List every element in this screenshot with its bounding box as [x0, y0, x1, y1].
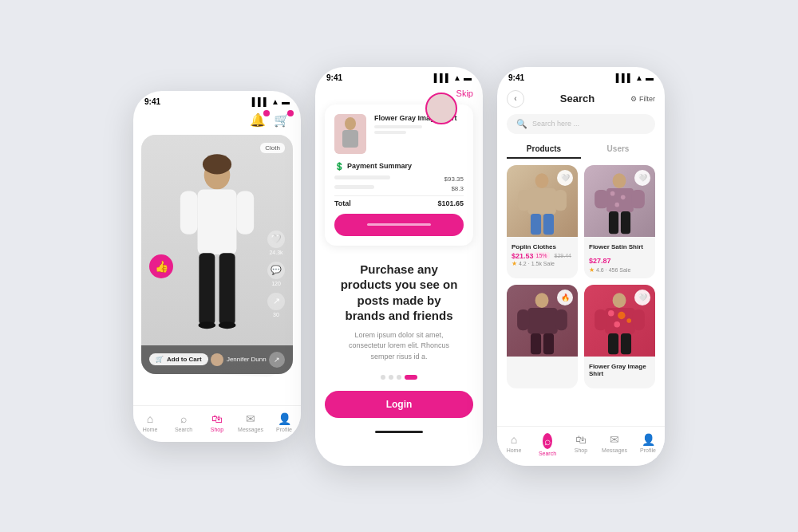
nav-messages[interactable]: ✉ Messages	[236, 412, 265, 432]
comments-action[interactable]: 💬 120	[267, 262, 285, 286]
share-icon: ↗	[267, 293, 285, 310]
right-nav-messages[interactable]: ✉ Messages	[600, 433, 629, 456]
svg-rect-31	[531, 333, 541, 353]
likes-action[interactable]: 🤍 24.3k	[267, 231, 285, 255]
search-placeholder-text: Search here ...	[532, 120, 579, 128]
cart-small-icon: 🛒	[156, 356, 164, 363]
svg-point-27	[535, 293, 549, 308]
payment-subtotal: $93.35	[444, 175, 464, 183]
comments-count: 120	[271, 281, 281, 286]
rating-1: 4.2	[519, 261, 527, 266]
svg-rect-14	[518, 189, 530, 210]
product-card-4[interactable]: 🤍 Flower Gray Image Shirt	[584, 285, 655, 388]
product-name-4: Flower Gray Image Shirt	[589, 363, 650, 377]
right-actions: 🤍 24.3k 💬 120 ↗ 30	[267, 231, 285, 317]
like-badge[interactable]: 👍	[149, 254, 173, 278]
share-action[interactable]: ↗ 30	[267, 293, 285, 317]
svg-point-21	[621, 195, 626, 199]
mid-status-icons: ▌▌▌ ▲ ▬	[434, 73, 472, 82]
rating-row-2: ★ 4.6 · 456 Sale	[589, 266, 650, 274]
search-screen-title: Search	[531, 93, 624, 104]
card-bottom-bar: 🛒 Add to Cart Jennifer Dunn ↗	[141, 345, 293, 374]
sales-2: 456 Sale	[609, 267, 631, 273]
svg-point-36	[618, 311, 625, 318]
confirm-payment-button[interactable]	[334, 214, 464, 236]
product-name-1: Poplin Clothes	[512, 243, 573, 250]
payment-total-row: Total $101.65	[334, 195, 464, 207]
payment-tax: $8.3	[451, 185, 464, 192]
search-magnifier-icon: 🔍	[516, 119, 527, 129]
notification-badge	[263, 110, 270, 116]
rating-row-1: ★ 4.2 · 1.5k Sale	[512, 260, 573, 267]
tab-users[interactable]: Users	[581, 140, 655, 159]
comment-icon: 💬	[267, 262, 285, 279]
onboarding-description: Lorem ipsum dolor sit amet, consectetur …	[338, 330, 460, 363]
right-bottom-nav: ⌂ Home ⌕ Search 🛍 Shop ✉ Messages 👤 Prof…	[497, 426, 665, 466]
back-button[interactable]: ‹	[507, 90, 524, 108]
share-button[interactable]: ↗	[269, 352, 285, 368]
profile-icon: 👤	[278, 412, 291, 425]
svg-point-35	[608, 309, 614, 315]
share-count: 30	[273, 312, 279, 317]
product-info-1: Poplin Clothes $21.53 15% $29.44 ★ 4.2 ·…	[507, 240, 578, 272]
nav-shop[interactable]: 🛍 Shop	[203, 412, 231, 432]
payment-section: 💲 Payment Summary $93.35 $8.3 Total $101…	[334, 162, 464, 207]
nav-profile[interactable]: 👤 Profile	[270, 412, 298, 432]
middle-phone: 9:41 ▌▌▌ ▲ ▬ Skip	[315, 67, 483, 466]
dot-2	[389, 375, 393, 380]
left-status-bar: 9:41 ▌▌▌ ▲ ▬	[133, 91, 301, 109]
screens-container: 9:41 ▌▌▌ ▲ ▬ 🔔 🛒	[133, 67, 665, 466]
product-card-1[interactable]: 🤍 Poplin Clothes $21.53 15% $29.44 ★ 4.2…	[507, 165, 578, 278]
svg-rect-24	[631, 189, 645, 207]
cart-badge	[287, 110, 294, 116]
notifications-icon[interactable]: 🔔	[250, 112, 267, 130]
search-icon: ⌕	[180, 412, 187, 425]
battery-icon: ▬	[282, 97, 290, 106]
right-status-bar: 9:41 ▌▌▌ ▲ ▬	[497, 67, 665, 85]
right-phone: 9:41 ▌▌▌ ▲ ▬ ‹ Search ⚙ Filter 🔍 Search …	[497, 67, 665, 466]
wishlist-btn-2[interactable]: 🤍	[634, 170, 650, 186]
right-nav-home[interactable]: ⌂ Home	[500, 433, 528, 456]
star-icon-2: ★	[589, 266, 595, 274]
svg-rect-41	[608, 333, 618, 353]
nav-home[interactable]: ⌂ Home	[136, 412, 164, 432]
tab-products[interactable]: Products	[507, 140, 581, 159]
svg-rect-40	[633, 309, 645, 329]
sales-1: 1.5k Sale	[531, 261, 555, 266]
svg-point-33	[613, 293, 626, 308]
dot-4-active	[405, 375, 417, 380]
floating-product-image	[425, 93, 457, 124]
wishlist-btn-4[interactable]: 🤍	[634, 290, 650, 305]
dots-indicator	[325, 375, 473, 380]
heart-icon: 🤍	[267, 231, 285, 248]
right-nav-shop[interactable]: 🛍 Shop	[567, 433, 595, 456]
wishlist-btn-1[interactable]: 🤍	[557, 170, 573, 186]
payment-title: 💲 Payment Summary	[334, 162, 464, 171]
discount-badge-1: 15%	[534, 252, 550, 259]
product-card-3[interactable]: 🔥	[507, 285, 578, 388]
right-nav-search[interactable]: ⌕ Search	[533, 433, 562, 456]
shop-icon: 🛍	[575, 433, 587, 446]
product-info-4: Flower Gray Image Shirt	[584, 360, 655, 384]
confirm-btn-line	[367, 223, 431, 226]
onboarding-text: Purchase any products you see on posts m…	[325, 254, 473, 369]
shop-icon: 🛍	[211, 412, 223, 425]
username: Jennifer Dunn	[227, 356, 267, 363]
search-active-icon: ⌕	[543, 433, 552, 449]
search-bar[interactable]: 🔍 Search here ...	[507, 114, 655, 134]
dot-1	[381, 375, 385, 380]
cart-icon[interactable]: 🛒	[274, 112, 291, 130]
right-nav-profile[interactable]: 👤 Profile	[634, 433, 662, 456]
login-button[interactable]: Login	[325, 391, 473, 418]
nav-search[interactable]: ⌕ Search	[169, 412, 198, 432]
profile-icon: 👤	[642, 433, 655, 446]
home-indicator	[375, 431, 423, 433]
add-to-cart-button[interactable]: 🛒 Add to Cart	[149, 353, 208, 365]
product-card-2[interactable]: 🤍 Flower Satin Shirt $27.87 ★ 4.6 · 456 …	[584, 165, 655, 278]
rating-2: 4.6	[596, 267, 604, 273]
svg-point-10	[345, 117, 356, 130]
filter-button[interactable]: ⚙ Filter	[630, 95, 655, 103]
svg-rect-17	[543, 213, 554, 234]
mid-time: 9:41	[326, 73, 342, 82]
svg-rect-11	[342, 130, 358, 148]
